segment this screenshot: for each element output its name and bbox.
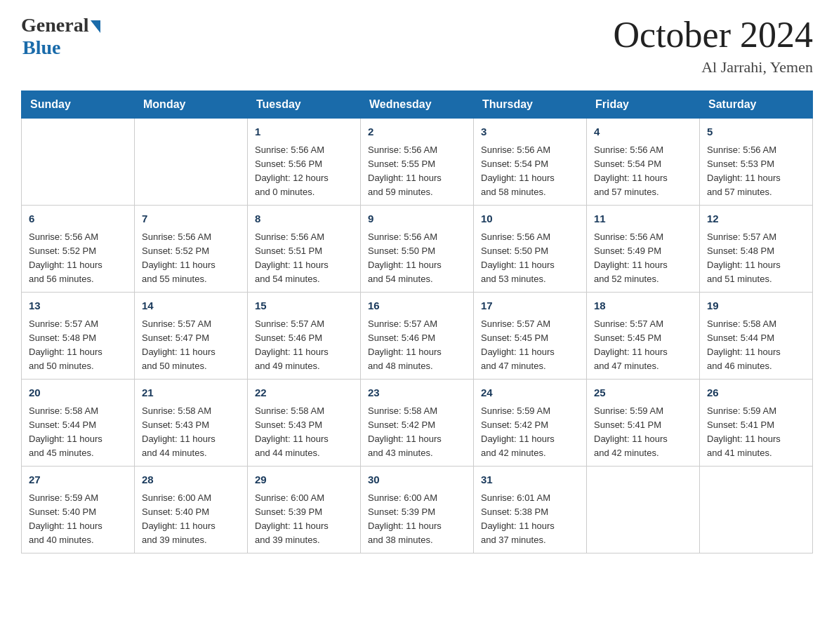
day-info: Sunrise: 5:58 AM Sunset: 5:44 PM Dayligh… (29, 404, 127, 461)
day-cell: 17Sunrise: 5:57 AM Sunset: 5:45 PM Dayli… (474, 293, 587, 380)
day-cell: 11Sunrise: 5:56 AM Sunset: 5:49 PM Dayli… (587, 206, 700, 293)
day-info: Sunrise: 5:57 AM Sunset: 5:48 PM Dayligh… (707, 230, 805, 287)
day-info: Sunrise: 5:56 AM Sunset: 5:50 PM Dayligh… (368, 230, 466, 287)
day-cell (587, 467, 700, 554)
header-cell-friday: Friday (587, 91, 700, 119)
day-number: 12 (707, 211, 805, 227)
day-cell: 22Sunrise: 5:58 AM Sunset: 5:43 PM Dayli… (248, 380, 361, 467)
week-row-5: 27Sunrise: 5:59 AM Sunset: 5:40 PM Dayli… (22, 467, 813, 554)
header-cell-wednesday: Wednesday (361, 91, 474, 119)
day-cell (135, 119, 248, 206)
day-cell: 1Sunrise: 5:56 AM Sunset: 5:56 PM Daylig… (248, 119, 361, 206)
day-cell: 7Sunrise: 5:56 AM Sunset: 5:52 PM Daylig… (135, 206, 248, 293)
header-row: SundayMondayTuesdayWednesdayThursdayFrid… (22, 91, 813, 119)
day-cell: 13Sunrise: 5:57 AM Sunset: 5:48 PM Dayli… (22, 293, 135, 380)
day-cell: 3Sunrise: 5:56 AM Sunset: 5:54 PM Daylig… (474, 119, 587, 206)
header-cell-thursday: Thursday (474, 91, 587, 119)
day-info: Sunrise: 5:57 AM Sunset: 5:45 PM Dayligh… (481, 317, 579, 374)
title-section: October 2024 Al Jarrahi, Yemen (614, 14, 813, 76)
day-number: 26 (707, 385, 805, 401)
day-cell: 20Sunrise: 5:58 AM Sunset: 5:44 PM Dayli… (22, 380, 135, 467)
day-info: Sunrise: 5:59 AM Sunset: 5:42 PM Dayligh… (481, 404, 579, 461)
calendar-subtitle: Al Jarrahi, Yemen (614, 58, 813, 76)
day-number: 30 (368, 472, 466, 488)
day-info: Sunrise: 5:59 AM Sunset: 5:41 PM Dayligh… (707, 404, 805, 461)
day-cell: 10Sunrise: 5:56 AM Sunset: 5:50 PM Dayli… (474, 206, 587, 293)
day-cell: 18Sunrise: 5:57 AM Sunset: 5:45 PM Dayli… (587, 293, 700, 380)
day-info: Sunrise: 5:56 AM Sunset: 5:52 PM Dayligh… (142, 230, 240, 287)
day-number: 7 (142, 211, 240, 227)
day-info: Sunrise: 5:57 AM Sunset: 5:47 PM Dayligh… (142, 317, 240, 374)
day-info: Sunrise: 5:56 AM Sunset: 5:52 PM Dayligh… (29, 230, 127, 287)
day-number: 18 (594, 298, 692, 314)
header-cell-sunday: Sunday (22, 91, 135, 119)
day-number: 2 (368, 124, 466, 140)
day-number: 10 (481, 211, 579, 227)
day-cell: 27Sunrise: 5:59 AM Sunset: 5:40 PM Dayli… (22, 467, 135, 554)
day-number: 19 (707, 298, 805, 314)
day-info: Sunrise: 5:56 AM Sunset: 5:50 PM Dayligh… (481, 230, 579, 287)
day-info: Sunrise: 5:56 AM Sunset: 5:53 PM Dayligh… (707, 143, 805, 200)
day-info: Sunrise: 5:57 AM Sunset: 5:48 PM Dayligh… (29, 317, 127, 374)
day-info: Sunrise: 6:01 AM Sunset: 5:38 PM Dayligh… (481, 491, 579, 548)
day-info: Sunrise: 6:00 AM Sunset: 5:39 PM Dayligh… (368, 491, 466, 548)
day-cell: 26Sunrise: 5:59 AM Sunset: 5:41 PM Dayli… (700, 380, 813, 467)
day-info: Sunrise: 6:00 AM Sunset: 5:40 PM Dayligh… (142, 491, 240, 548)
day-info: Sunrise: 6:00 AM Sunset: 5:39 PM Dayligh… (255, 491, 353, 548)
day-cell: 16Sunrise: 5:57 AM Sunset: 5:46 PM Dayli… (361, 293, 474, 380)
day-info: Sunrise: 5:59 AM Sunset: 5:41 PM Dayligh… (594, 404, 692, 461)
day-number: 5 (707, 124, 805, 140)
day-cell: 25Sunrise: 5:59 AM Sunset: 5:41 PM Dayli… (587, 380, 700, 467)
day-cell: 4Sunrise: 5:56 AM Sunset: 5:54 PM Daylig… (587, 119, 700, 206)
day-cell: 15Sunrise: 5:57 AM Sunset: 5:46 PM Dayli… (248, 293, 361, 380)
header-cell-monday: Monday (135, 91, 248, 119)
header-cell-tuesday: Tuesday (248, 91, 361, 119)
week-row-2: 6Sunrise: 5:56 AM Sunset: 5:52 PM Daylig… (22, 206, 813, 293)
day-number: 28 (142, 472, 240, 488)
day-cell: 12Sunrise: 5:57 AM Sunset: 5:48 PM Dayli… (700, 206, 813, 293)
day-info: Sunrise: 5:56 AM Sunset: 5:51 PM Dayligh… (255, 230, 353, 287)
week-row-3: 13Sunrise: 5:57 AM Sunset: 5:48 PM Dayli… (22, 293, 813, 380)
day-cell: 28Sunrise: 6:00 AM Sunset: 5:40 PM Dayli… (135, 467, 248, 554)
day-number: 31 (481, 472, 579, 488)
logo-arrow-icon (91, 20, 100, 33)
day-info: Sunrise: 5:58 AM Sunset: 5:44 PM Dayligh… (707, 317, 805, 374)
day-cell: 9Sunrise: 5:56 AM Sunset: 5:50 PM Daylig… (361, 206, 474, 293)
day-cell: 23Sunrise: 5:58 AM Sunset: 5:42 PM Dayli… (361, 380, 474, 467)
calendar-body: 1Sunrise: 5:56 AM Sunset: 5:56 PM Daylig… (22, 119, 813, 554)
day-number: 16 (368, 298, 466, 314)
page-header: General Blue October 2024 Al Jarrahi, Ye… (21, 14, 813, 76)
header-cell-saturday: Saturday (700, 91, 813, 119)
day-info: Sunrise: 5:56 AM Sunset: 5:54 PM Dayligh… (594, 143, 692, 200)
calendar-header: SundayMondayTuesdayWednesdayThursdayFrid… (22, 91, 813, 119)
day-cell: 19Sunrise: 5:58 AM Sunset: 5:44 PM Dayli… (700, 293, 813, 380)
day-number: 24 (481, 385, 579, 401)
day-info: Sunrise: 5:56 AM Sunset: 5:54 PM Dayligh… (481, 143, 579, 200)
day-number: 29 (255, 472, 353, 488)
day-number: 3 (481, 124, 579, 140)
day-number: 22 (255, 385, 353, 401)
day-number: 9 (368, 211, 466, 227)
day-cell (22, 119, 135, 206)
day-number: 14 (142, 298, 240, 314)
day-number: 15 (255, 298, 353, 314)
week-row-4: 20Sunrise: 5:58 AM Sunset: 5:44 PM Dayli… (22, 380, 813, 467)
day-cell: 8Sunrise: 5:56 AM Sunset: 5:51 PM Daylig… (248, 206, 361, 293)
day-number: 23 (368, 385, 466, 401)
logo-blue-text: Blue (22, 36, 60, 59)
day-info: Sunrise: 5:58 AM Sunset: 5:43 PM Dayligh… (255, 404, 353, 461)
day-number: 21 (142, 385, 240, 401)
calendar-title: October 2024 (614, 14, 813, 55)
day-info: Sunrise: 5:57 AM Sunset: 5:45 PM Dayligh… (594, 317, 692, 374)
day-info: Sunrise: 5:57 AM Sunset: 5:46 PM Dayligh… (368, 317, 466, 374)
day-cell: 31Sunrise: 6:01 AM Sunset: 5:38 PM Dayli… (474, 467, 587, 554)
day-cell: 24Sunrise: 5:59 AM Sunset: 5:42 PM Dayli… (474, 380, 587, 467)
day-info: Sunrise: 5:58 AM Sunset: 5:43 PM Dayligh… (142, 404, 240, 461)
day-number: 1 (255, 124, 353, 140)
day-info: Sunrise: 5:57 AM Sunset: 5:46 PM Dayligh… (255, 317, 353, 374)
logo: General Blue (21, 14, 100, 59)
day-number: 8 (255, 211, 353, 227)
calendar-table: SundayMondayTuesdayWednesdayThursdayFrid… (21, 90, 813, 554)
week-row-1: 1Sunrise: 5:56 AM Sunset: 5:56 PM Daylig… (22, 119, 813, 206)
day-number: 6 (29, 211, 127, 227)
